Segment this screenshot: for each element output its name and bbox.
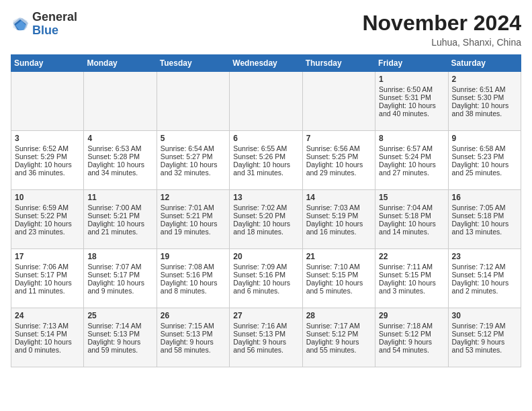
day-info: Daylight: 10 hours and 40 minutes.: [379, 101, 444, 118]
day-info: Sunset: 5:24 PM: [379, 152, 444, 161]
day-info: Sunrise: 7:05 AM: [452, 203, 517, 212]
day-info: Daylight: 10 hours and 19 minutes.: [161, 220, 226, 236]
day-number: 18: [87, 252, 152, 261]
calendar-cell: 8Sunrise: 6:57 AMSunset: 5:24 PMDaylight…: [375, 131, 448, 190]
day-info: Sunrise: 7:00 AM: [87, 203, 152, 212]
day-info: Daylight: 9 hours and 56 minutes.: [233, 338, 298, 354]
day-number: 25: [87, 311, 152, 320]
calendar-cell: [230, 72, 302, 131]
calendar-cell: 5Sunrise: 6:54 AMSunset: 5:27 PMDaylight…: [157, 131, 229, 190]
calendar-cell: 21Sunrise: 7:10 AMSunset: 5:15 PMDayligh…: [302, 249, 375, 308]
day-info: Sunset: 5:20 PM: [233, 212, 298, 220]
day-number: 4: [87, 134, 152, 143]
day-info: Sunset: 5:13 PM: [233, 330, 298, 338]
page-header: General Blue November 2024 Luhua, Shanxi…: [11, 11, 521, 48]
calendar-cell: 17Sunrise: 7:06 AMSunset: 5:17 PMDayligh…: [11, 249, 84, 308]
day-number: 10: [15, 193, 80, 202]
day-info: Sunset: 5:15 PM: [306, 271, 371, 279]
day-number: 17: [15, 252, 80, 261]
day-number: 15: [379, 193, 444, 202]
calendar-cell: 29Sunrise: 7:18 AMSunset: 5:12 PMDayligh…: [375, 308, 448, 367]
day-number: 13: [233, 193, 298, 202]
calendar-cell: 20Sunrise: 7:09 AMSunset: 5:16 PMDayligh…: [230, 249, 302, 308]
calendar-cell: 13Sunrise: 7:02 AMSunset: 5:20 PMDayligh…: [230, 190, 302, 249]
calendar-cell: 10Sunrise: 6:59 AMSunset: 5:22 PMDayligh…: [11, 190, 84, 249]
day-info: Daylight: 10 hours and 14 minutes.: [379, 220, 444, 236]
day-info: Sunset: 5:12 PM: [306, 330, 371, 338]
day-info: Daylight: 10 hours and 5 minutes.: [306, 279, 371, 295]
day-info: Sunset: 5:27 PM: [161, 152, 226, 161]
day-info: Sunset: 5:29 PM: [15, 152, 80, 161]
day-info: Sunrise: 7:04 AM: [379, 203, 444, 212]
day-number: 1: [379, 75, 444, 84]
day-info: Sunset: 5:25 PM: [306, 152, 371, 161]
day-info: Daylight: 10 hours and 27 minutes.: [379, 161, 444, 177]
day-number: 29: [379, 311, 444, 320]
day-info: Sunrise: 6:59 AM: [15, 203, 80, 212]
header-wednesday: Wednesday: [230, 55, 302, 72]
day-number: 5: [161, 134, 226, 143]
day-number: 3: [15, 134, 80, 143]
calendar-cell: 22Sunrise: 7:11 AMSunset: 5:15 PMDayligh…: [375, 249, 448, 308]
location: Luhua, Shanxi, China: [362, 37, 521, 48]
day-info: Sunrise: 7:10 AM: [306, 263, 371, 271]
day-info: Sunset: 5:18 PM: [452, 212, 517, 220]
day-info: Sunrise: 6:53 AM: [87, 144, 152, 152]
day-info: Daylight: 9 hours and 54 minutes.: [379, 338, 444, 354]
day-info: Sunrise: 6:50 AM: [379, 85, 444, 93]
calendar-week-2: 3Sunrise: 6:52 AMSunset: 5:29 PMDaylight…: [11, 131, 521, 190]
day-info: Sunset: 5:28 PM: [87, 152, 152, 161]
day-info: Sunrise: 7:12 AM: [452, 263, 517, 271]
calendar-cell: 25Sunrise: 7:14 AMSunset: 5:13 PMDayligh…: [84, 308, 157, 367]
day-number: 19: [161, 252, 226, 261]
day-info: Daylight: 10 hours and 13 minutes.: [452, 220, 517, 236]
day-info: Sunrise: 7:11 AM: [379, 263, 444, 271]
day-info: Sunset: 5:15 PM: [379, 271, 444, 279]
day-info: Sunrise: 7:09 AM: [233, 263, 298, 271]
day-info: Sunset: 5:21 PM: [87, 212, 152, 220]
day-info: Daylight: 10 hours and 2 minutes.: [452, 279, 517, 295]
day-number: 16: [452, 193, 517, 202]
day-info: Sunset: 5:13 PM: [161, 330, 226, 338]
day-number: 12: [161, 193, 226, 202]
calendar-cell: 12Sunrise: 7:01 AMSunset: 5:21 PMDayligh…: [157, 190, 229, 249]
day-info: Daylight: 9 hours and 59 minutes.: [87, 338, 152, 354]
day-info: Sunset: 5:23 PM: [452, 152, 517, 161]
day-info: Daylight: 10 hours and 31 minutes.: [233, 161, 298, 177]
calendar-cell: 2Sunrise: 6:51 AMSunset: 5:30 PMDaylight…: [448, 72, 521, 131]
day-number: 24: [15, 311, 80, 320]
day-info: Sunrise: 6:54 AM: [161, 144, 226, 152]
calendar-cell: 3Sunrise: 6:52 AMSunset: 5:29 PMDaylight…: [11, 131, 84, 190]
day-info: Daylight: 9 hours and 55 minutes.: [306, 338, 371, 354]
day-info: Daylight: 10 hours and 34 minutes.: [87, 161, 152, 177]
day-info: Daylight: 10 hours and 11 minutes.: [15, 279, 80, 295]
day-number: 21: [306, 252, 371, 261]
calendar-cell: 28Sunrise: 7:17 AMSunset: 5:12 PMDayligh…: [302, 308, 375, 367]
calendar-cell: 24Sunrise: 7:13 AMSunset: 5:14 PMDayligh…: [11, 308, 84, 367]
day-info: Daylight: 10 hours and 23 minutes.: [15, 220, 80, 236]
day-info: Sunset: 5:16 PM: [161, 271, 226, 279]
day-number: 2: [452, 75, 517, 84]
day-number: 28: [306, 311, 371, 320]
day-number: 6: [233, 134, 298, 143]
calendar-cell: 7Sunrise: 6:56 AMSunset: 5:25 PMDaylight…: [302, 131, 375, 190]
day-info: Sunrise: 7:01 AM: [161, 203, 226, 212]
header-monday: Monday: [84, 55, 157, 72]
calendar-header: Sunday Monday Tuesday Wednesday Thursday…: [11, 55, 521, 72]
calendar-week-5: 24Sunrise: 7:13 AMSunset: 5:14 PMDayligh…: [11, 308, 521, 367]
calendar-table: Sunday Monday Tuesday Wednesday Thursday…: [11, 54, 521, 367]
day-info: Sunrise: 7:19 AM: [452, 322, 517, 330]
day-info: Daylight: 10 hours and 6 minutes.: [233, 279, 298, 295]
calendar-cell: 23Sunrise: 7:12 AMSunset: 5:14 PMDayligh…: [448, 249, 521, 308]
day-number: 26: [161, 311, 226, 320]
day-info: Sunrise: 7:02 AM: [233, 203, 298, 212]
day-number: 27: [233, 311, 298, 320]
day-info: Sunrise: 6:55 AM: [233, 144, 298, 152]
day-info: Daylight: 10 hours and 18 minutes.: [233, 220, 298, 236]
day-info: Daylight: 10 hours and 21 minutes.: [87, 220, 152, 236]
day-info: Daylight: 10 hours and 8 minutes.: [161, 279, 226, 295]
day-info: Sunset: 5:16 PM: [233, 271, 298, 279]
calendar-cell: [11, 72, 84, 131]
day-number: 8: [379, 134, 444, 143]
day-info: Sunrise: 7:18 AM: [379, 322, 444, 330]
